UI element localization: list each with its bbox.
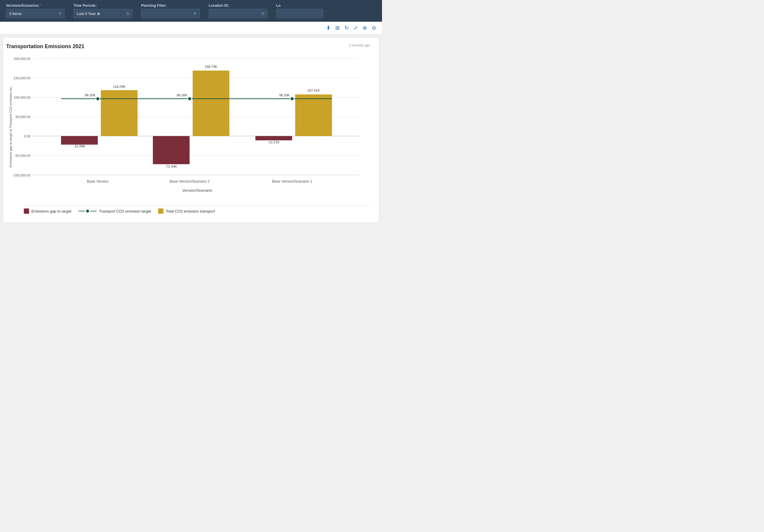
lo-label: Lo xyxy=(276,4,323,8)
zoom-in-icon[interactable]: ⊕ xyxy=(363,25,367,31)
y-axis-label: Emissions gap to target & Transport CO2 … xyxy=(9,84,12,167)
svg-text:Base Version: Base Version xyxy=(87,180,109,184)
gap-label-s1: -11.21K xyxy=(268,140,280,144)
total-label-s2: 168.74K xyxy=(205,65,217,68)
planning-filter-label: Planning Filter: xyxy=(141,4,200,8)
location-id-filter: Location ID: ⎘ xyxy=(209,4,268,18)
planning-filter-group: Planning Filter: ▼ xyxy=(141,4,200,18)
versions-scenarios-filter: Versions/Scenarios: * 3 Items ⎘ xyxy=(6,4,65,18)
svg-text:150,000.00: 150,000.00 xyxy=(14,76,30,80)
legend-total: Total CO2 emission transport xyxy=(158,208,215,214)
bar-chart: Emissions gap to target & Transport CO2 … xyxy=(6,53,370,200)
gap-bar-base xyxy=(61,136,98,144)
svg-text:Base Version/Scenario 2: Base Version/Scenario 2 xyxy=(170,180,210,184)
target-legend-label: Transport CO2 emission target xyxy=(99,209,151,213)
refresh-icon[interactable]: ↻ xyxy=(344,25,349,31)
target-dot-s2 xyxy=(188,97,192,101)
planning-filter-value xyxy=(144,11,145,16)
chevron-down-icon: ▼ xyxy=(193,11,197,16)
gap-bar-s2 xyxy=(153,136,190,164)
x-axis-label: Version/Scenario xyxy=(182,188,212,193)
target-dot-s1 xyxy=(290,97,294,101)
total-bar-s2 xyxy=(193,70,230,136)
time-periods-filter: Time Periods: Last 0 Year ⊗ ⎘ xyxy=(74,4,132,18)
svg-text:-100,000.00: -100,000.00 xyxy=(12,174,30,177)
location-id-input[interactable]: ⎘ xyxy=(209,9,268,18)
planning-filter-input[interactable]: ▼ xyxy=(141,9,200,18)
line-seg-left xyxy=(79,211,85,211)
zoom-out-icon[interactable]: ⊖ xyxy=(372,25,376,31)
chart-toolbar: ⬇ ⊞ ↻ ⤢ ⊕ ⊖ xyxy=(0,22,382,34)
chart-legend: Emissions gap to target Transport CO2 em… xyxy=(24,205,370,217)
location-id-value xyxy=(212,11,213,16)
copy-icon[interactable]: ⎘ xyxy=(59,11,62,16)
versions-scenarios-value: 3 Items xyxy=(9,11,22,16)
versions-scenarios-label: Versions/Scenarios: * xyxy=(6,4,65,8)
target-line-legend xyxy=(79,209,97,212)
gap-legend-label: Emissions gap to target xyxy=(31,209,72,213)
total-bar-s1 xyxy=(295,94,332,136)
gap-label-base: -22.09K xyxy=(74,144,85,148)
gap-bar-s1 xyxy=(255,136,292,140)
chart-timestamp: 3 seconds ago xyxy=(349,44,370,47)
time-periods-input[interactable]: Last 0 Year ⊗ ⎘ xyxy=(74,9,132,18)
gap-label-s2: -72.54K xyxy=(165,165,177,168)
expand-icon[interactable]: ⤢ xyxy=(353,25,358,31)
download-icon[interactable]: ⬇ xyxy=(326,25,330,31)
total-label-base: 118.29K xyxy=(113,85,125,88)
svg-text:50,000.00: 50,000.00 xyxy=(16,115,31,119)
svg-text:200,000.00: 200,000.00 xyxy=(14,57,30,61)
chart-header: Transportation Emissions 2021 3 seconds … xyxy=(6,44,370,50)
svg-text:Base Version/Scenario 1: Base Version/Scenario 1 xyxy=(272,180,312,184)
lo-input[interactable] xyxy=(276,9,323,18)
target-dot-base xyxy=(96,97,99,101)
copy-icon-3[interactable]: ⎘ xyxy=(262,11,264,16)
total-label-s1: 107.41K xyxy=(307,89,320,92)
x-axis-labels: Base Version Base Version/Scenario 2 Bas… xyxy=(87,180,312,184)
svg-text:100,000.00: 100,000.00 xyxy=(14,96,30,99)
time-periods-value: Last 0 Year ⊗ xyxy=(77,11,100,16)
svg-text:0.00: 0.00 xyxy=(24,134,30,138)
versions-scenarios-input[interactable]: 3 Items ⎘ xyxy=(6,9,65,18)
target-label-s1: 96.20K xyxy=(279,93,290,97)
lo-filter: Lo xyxy=(276,4,323,18)
copy-icon-2[interactable]: ⎘ xyxy=(127,11,129,16)
line-seg-right xyxy=(90,211,97,211)
svg-text:-50,000.00: -50,000.00 xyxy=(14,154,31,157)
gap-swatch xyxy=(24,208,29,214)
target-label-s2: 96.20K xyxy=(177,93,187,97)
legend-target: Transport CO2 emission target xyxy=(79,209,151,213)
total-legend-label: Total CO2 emission transport xyxy=(166,209,215,213)
filter-bar: Versions/Scenarios: * 3 Items ⎘ Time Per… xyxy=(0,0,382,22)
chart-container: Emissions gap to target & Transport CO2 … xyxy=(6,53,370,200)
time-periods-label: Time Periods: xyxy=(74,4,132,8)
chart-area: Transportation Emissions 2021 3 seconds … xyxy=(3,37,379,223)
y-axis-ticks: 200,000.00 150,000.00 100,000.00 50,000.… xyxy=(12,57,30,177)
total-bar-base xyxy=(101,90,137,136)
lo-value xyxy=(280,11,281,16)
total-swatch xyxy=(158,208,163,214)
target-label-base: 96.20K xyxy=(85,93,96,97)
target-dot-legend xyxy=(86,209,89,212)
required-indicator: * xyxy=(41,4,42,8)
table-icon[interactable]: ⊞ xyxy=(335,25,340,31)
legend-gap: Emissions gap to target xyxy=(24,208,72,214)
location-id-label: Location ID: xyxy=(209,4,268,8)
chart-title: Transportation Emissions 2021 xyxy=(6,44,84,50)
